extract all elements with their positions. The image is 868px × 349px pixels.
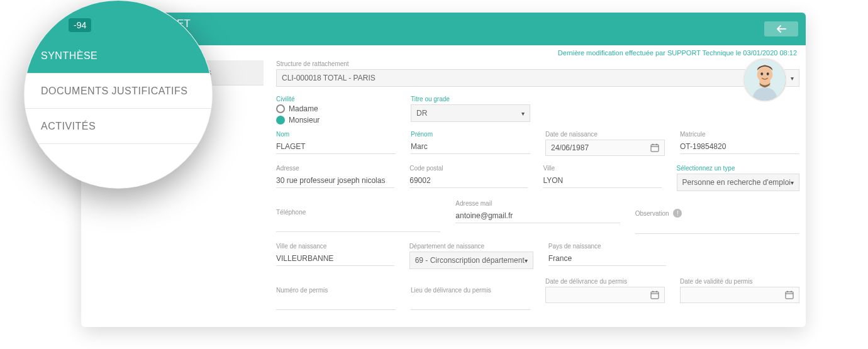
cp-input[interactable] xyxy=(409,174,528,188)
svg-point-4 xyxy=(767,72,769,75)
email-input[interactable] xyxy=(455,209,620,223)
pays-naissance-label: Pays de naissance xyxy=(548,243,667,250)
date-naissance-label: Date de naissance xyxy=(545,131,665,138)
tab-synthese[interactable]: SYNTHÈSE xyxy=(25,38,212,74)
radio-checked-icon xyxy=(276,116,285,125)
svg-point-3 xyxy=(760,72,763,75)
nom-label: Nom xyxy=(276,131,396,138)
form-panel: Structure de rattachement CLI-000018 TOT… xyxy=(276,60,799,319)
lieu-permis-label: Lieu de délivrance du permis xyxy=(411,287,530,294)
date-naissance-input[interactable]: 24/06/1987 xyxy=(545,140,665,156)
back-button[interactable] xyxy=(764,21,798,36)
telephone-label: Téléphone xyxy=(276,209,440,216)
arrow-left-icon xyxy=(776,25,786,33)
svg-point-1 xyxy=(757,67,773,82)
adresse-label: Adresse xyxy=(276,165,394,172)
pays-naissance-input[interactable] xyxy=(548,252,667,266)
calendar-icon xyxy=(650,143,659,152)
date-deliv-permis-input[interactable] xyxy=(545,287,665,303)
cp-label: Code postal xyxy=(409,165,528,172)
chevron-down-icon: ▾ xyxy=(525,257,528,264)
zoom-lens-overlay: -94 SYNTHÈSE DOCUMENTS JUSTIFICATIFS ACT… xyxy=(24,0,213,189)
radio-unchecked-icon xyxy=(276,104,285,113)
structure-select[interactable]: CLI-000018 TOTAL - PARIS ▾ xyxy=(276,69,799,87)
lieu-permis-input[interactable] xyxy=(411,296,530,310)
ville-naissance-label: Ville de naissance xyxy=(276,243,394,250)
matricule-input[interactable] xyxy=(680,140,799,154)
svg-rect-5 xyxy=(651,145,659,152)
svg-rect-13 xyxy=(786,292,793,299)
prenom-label: Prénom xyxy=(411,131,530,138)
num-permis-label: Numéro de permis xyxy=(276,287,396,294)
prenom-input[interactable] xyxy=(411,140,530,154)
zoom-badge-fragment: -94 xyxy=(69,18,91,32)
matricule-label: Matricule xyxy=(680,131,799,138)
observation-label: Observation ! xyxy=(635,209,799,218)
date-valid-permis-input[interactable] xyxy=(680,287,799,303)
page-title: Apprenant - FLAGET xyxy=(90,18,797,30)
ville-input[interactable] xyxy=(543,174,661,188)
dept-naissance-label: Département de naissance xyxy=(409,243,533,250)
nom-input[interactable] xyxy=(276,140,396,154)
ville-label: Ville xyxy=(543,165,661,172)
date-valid-permis-label: Date de validité du permis xyxy=(680,278,799,285)
chevron-down-icon: ▾ xyxy=(521,110,525,117)
type-label: Sélectionnez un type xyxy=(677,165,799,172)
chevron-down-icon: ▾ xyxy=(791,179,794,186)
structure-label: Structure de rattachement xyxy=(276,60,799,67)
radio-monsieur[interactable]: Monsieur xyxy=(276,116,396,125)
avatar[interactable] xyxy=(743,58,787,102)
civilite-label: Civilité xyxy=(276,96,396,102)
observation-input[interactable] xyxy=(635,219,799,234)
num-permis-input[interactable] xyxy=(276,296,396,310)
calendar-icon xyxy=(785,291,794,299)
svg-rect-9 xyxy=(651,292,659,299)
radio-madame[interactable]: Madame xyxy=(276,104,396,113)
date-deliv-permis-label: Date de délivrance du permis xyxy=(545,278,665,285)
info-icon: ! xyxy=(673,209,682,218)
tab-documents-justificatifs[interactable]: DOCUMENTS JUSTIFICATIFS xyxy=(25,74,212,109)
tab-activites[interactable]: ACTIVITÉS xyxy=(25,109,212,144)
adresse-input[interactable] xyxy=(276,174,394,188)
structure-value: CLI-000018 TOTAL - PARIS xyxy=(282,74,376,82)
email-label: Adresse mail xyxy=(455,200,620,207)
dept-naissance-select[interactable]: 69 - Circonscription département ▾ xyxy=(409,252,533,269)
ville-naissance-input[interactable] xyxy=(276,252,394,266)
titre-select[interactable]: DR ▾ xyxy=(411,104,530,122)
chevron-down-icon: ▾ xyxy=(791,75,794,82)
civilite-radio-group: Madame Monsieur xyxy=(276,104,396,125)
telephone-input[interactable] xyxy=(276,218,440,232)
titre-label: Titre ou grade xyxy=(411,96,530,102)
type-select[interactable]: Personne en recherche d'emploi ▾ xyxy=(677,174,799,191)
calendar-icon xyxy=(650,291,659,299)
